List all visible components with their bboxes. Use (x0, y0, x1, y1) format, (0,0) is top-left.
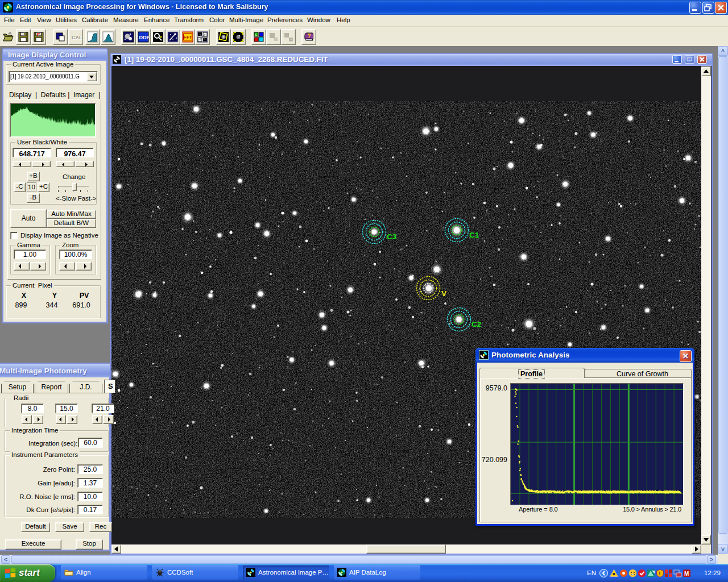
svg-text:C2: C2 (471, 320, 481, 329)
svg-text:C3: C3 (387, 232, 397, 241)
svg-text:C1: C1 (469, 231, 479, 239)
svg-text:M: M (684, 571, 689, 577)
svg-text:V: V (441, 289, 446, 298)
svg-text:F: F (37, 32, 40, 38)
svg-text:CAL: CAL (72, 35, 81, 40)
svg-text:S: S (255, 33, 257, 36)
svg-text:!: ! (659, 571, 660, 576)
svg-text:FFT: FFT (184, 35, 192, 40)
svg-text:?: ? (308, 33, 311, 39)
svg-text:DDP: DDP (139, 35, 150, 40)
